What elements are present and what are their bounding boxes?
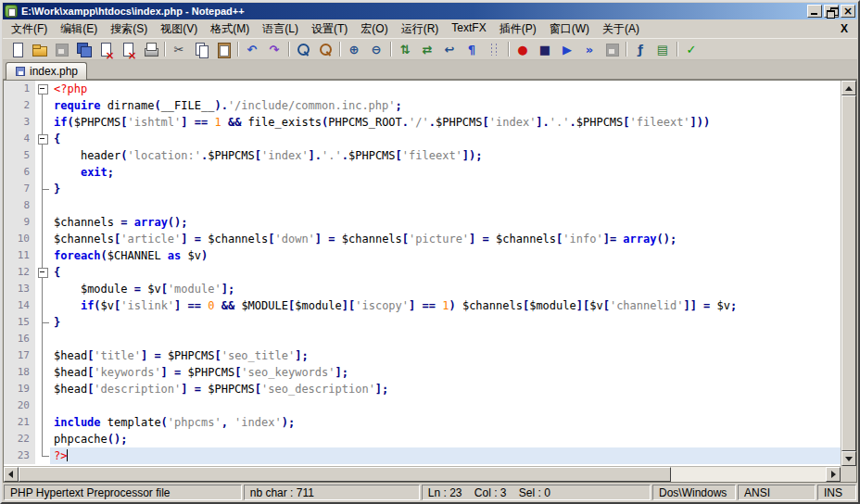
toolbar-separator — [336, 40, 343, 58]
copy-button[interactable] — [190, 39, 212, 59]
zoom-out-button[interactable]: ⊖ — [365, 39, 387, 59]
tab-index-php[interactable]: index.php — [6, 62, 87, 80]
function-list-button[interactable]: ƒ — [629, 39, 651, 59]
word-wrap-button[interactable]: ↩ — [438, 39, 461, 59]
code-text[interactable]: $head['title'] = $PHPCMS['seo_title']; — [50, 347, 841, 364]
menu-item-language[interactable]: 语言(L) — [256, 19, 305, 39]
indent-guide-button[interactable] — [483, 39, 505, 59]
show-all-characters-button[interactable]: ¶ — [461, 39, 483, 59]
code-text[interactable]: ?> — [50, 447, 841, 464]
vertical-scroll-thumb[interactable] — [841, 95, 856, 451]
find-button[interactable] — [292, 39, 314, 59]
sync-vertical-button[interactable]: ⇅ — [394, 39, 416, 59]
scroll-left-button[interactable] — [4, 467, 19, 482]
cut-button[interactable]: ✂ — [168, 39, 190, 59]
line-number: 19 — [4, 381, 35, 397]
menu-item-window[interactable]: 窗口(W) — [543, 19, 596, 39]
redo-icon: ↷ — [267, 42, 283, 57]
print-button[interactable] — [139, 39, 161, 59]
app-icon[interactable] — [5, 5, 18, 18]
close-all-button[interactable] — [117, 39, 139, 59]
restore-button[interactable] — [824, 5, 839, 18]
save-all-button[interactable] — [72, 39, 95, 59]
vertical-scrollbar[interactable] — [841, 81, 856, 466]
menu-item-about[interactable]: 关于(A) — [596, 19, 646, 39]
paste-button[interactable] — [212, 39, 234, 59]
code-area[interactable]: 1<?php2require dirname(__FILE__).'/inclu… — [4, 81, 841, 466]
code-text[interactable] — [50, 397, 841, 414]
document-close-button[interactable]: X — [833, 22, 855, 35]
menu-item-textfx[interactable]: TextFX — [445, 19, 492, 39]
play-macro-icon: ▶ — [560, 42, 575, 57]
replace-button[interactable] — [314, 39, 336, 59]
code-text[interactable]: if($v['islink'] == 0 && $MODULE[$module]… — [50, 297, 841, 314]
zoom-in-button[interactable]: ⊕ — [343, 39, 365, 59]
code-text[interactable]: <?php — [50, 81, 841, 97]
code-text[interactable]: } — [50, 181, 841, 197]
fold-toggle[interactable] — [35, 81, 50, 97]
horizontal-scroll-thumb[interactable] — [19, 467, 671, 482]
menu-item-format[interactable]: 格式(M) — [204, 19, 256, 39]
code-text[interactable]: $head['description'] = $PHPCMS['seo_desc… — [50, 381, 841, 397]
new-file-button[interactable] — [6, 39, 28, 59]
redo-button[interactable]: ↷ — [263, 39, 285, 59]
close-button[interactable] — [95, 39, 117, 59]
undo-button[interactable]: ↶ — [241, 39, 263, 59]
sync-vertical-icon: ⇅ — [398, 42, 413, 57]
fold-toggle[interactable] — [35, 264, 50, 281]
menu-item-plugins[interactable]: 插件(P) — [493, 19, 543, 39]
code-text[interactable] — [50, 331, 841, 347]
menu-item-view[interactable]: 视图(V) — [154, 19, 204, 39]
code-text[interactable]: if($PHPCMS['ishtml'] == 1 && file_exists… — [50, 114, 841, 131]
code-line: 14 if($v['islink'] == 0 && $MODULE[$modu… — [4, 297, 841, 314]
save-macro-icon — [604, 42, 620, 57]
title-bar[interactable]: E:\Work\xampp\htdocs\index.php - Notepad… — [3, 3, 857, 19]
line-number: 15 — [4, 314, 35, 331]
code-line: 11foreach($CHANNEL as $v) — [4, 247, 841, 264]
tab-bar: index.php — [3, 60, 857, 80]
toolbar-separator — [234, 40, 241, 58]
code-text[interactable]: phpcache(); — [50, 431, 841, 447]
run-macro-multiple-button[interactable]: » — [578, 39, 601, 59]
minimize-button[interactable] — [807, 5, 822, 18]
stop-macro-button[interactable]: ■ — [534, 39, 556, 59]
code-text[interactable]: include template('phpcms', 'index'); — [50, 414, 841, 431]
code-text[interactable]: $channels = array(); — [50, 214, 841, 231]
horizontal-scrollbar[interactable] — [4, 466, 841, 482]
scroll-right-button[interactable] — [826, 467, 841, 482]
save-button[interactable] — [50, 39, 72, 59]
code-text[interactable]: require dirname(__FILE__).'/include/comm… — [50, 97, 841, 114]
menu-item-settings[interactable]: 设置(T) — [305, 19, 354, 39]
menu-item-edit[interactable]: 编辑(E) — [54, 19, 104, 39]
fold-toggle[interactable] — [35, 131, 50, 147]
menu-item-file[interactable]: 文件(F) — [5, 19, 54, 39]
code-text[interactable]: exit; — [50, 164, 841, 181]
scroll-down-button[interactable] — [841, 451, 856, 466]
doc-map-button[interactable]: ▤ — [651, 39, 674, 59]
menu-item-search[interactable]: 搜索(S) — [104, 19, 154, 39]
close-button[interactable] — [841, 5, 855, 18]
spell-check-button[interactable]: ✓ — [680, 39, 702, 59]
horizontal-scroll-track[interactable] — [671, 467, 826, 482]
save-macro-button[interactable] — [601, 39, 623, 59]
code-text[interactable]: } — [50, 314, 841, 331]
status-eol-format: Dos\Windows — [652, 485, 736, 500]
sync-horizontal-button[interactable]: ⇄ — [416, 39, 438, 59]
code-line: 10$channels['article'] = $channels['down… — [4, 231, 841, 247]
code-line: 15} — [4, 314, 841, 331]
record-macro-button[interactable]: ● — [512, 39, 534, 59]
code-text[interactable]: header('location:'.$PHPCMS['index'].'.'.… — [50, 147, 841, 164]
open-file-button[interactable] — [28, 39, 50, 59]
code-text[interactable] — [50, 197, 841, 214]
fold-margin — [35, 447, 50, 464]
code-text[interactable]: { — [50, 131, 841, 147]
code-text[interactable]: $channels['article'] = $channels['down']… — [50, 231, 841, 247]
code-text[interactable]: { — [50, 264, 841, 281]
play-macro-button[interactable]: ▶ — [556, 39, 578, 59]
menu-item-macro[interactable]: 宏(O) — [354, 19, 394, 39]
scroll-up-button[interactable] — [841, 81, 856, 95]
code-text[interactable]: foreach($CHANNEL as $v) — [50, 247, 841, 264]
code-text[interactable]: $head['keywords'] = $PHPCMS['seo_keyword… — [50, 364, 841, 381]
code-text[interactable]: $module = $v['module']; — [50, 281, 841, 297]
menu-item-run[interactable]: 运行(R) — [395, 19, 446, 39]
